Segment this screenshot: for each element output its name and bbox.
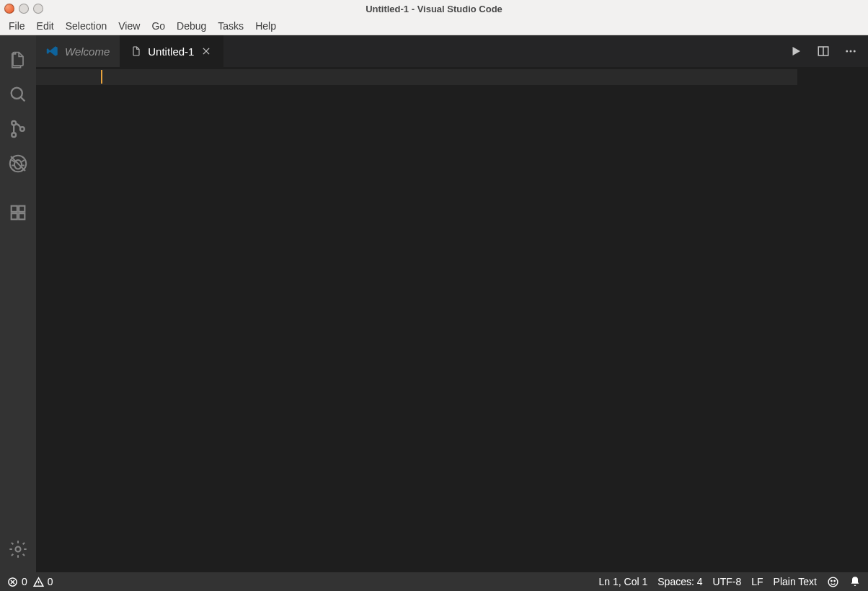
- app: Welcome Untitled-1: [0, 35, 868, 572]
- code-area[interactable]: [101, 67, 799, 572]
- menu-debug[interactable]: Debug: [171, 19, 212, 33]
- menu-view[interactable]: View: [112, 19, 146, 33]
- menu-edit[interactable]: Edit: [31, 19, 60, 33]
- more-icon: [844, 45, 857, 58]
- run-button[interactable]: [787, 43, 805, 60]
- smiley-icon: [827, 576, 839, 588]
- activity-scm[interactable]: [0, 112, 36, 146]
- activity-extensions[interactable]: [0, 195, 36, 230]
- play-icon: [789, 45, 802, 58]
- svg-point-16: [16, 547, 21, 552]
- svg-point-0: [12, 88, 22, 99]
- svg-point-2: [12, 121, 16, 125]
- status-warnings[interactable]: 0: [33, 576, 53, 587]
- svg-point-3: [12, 133, 16, 137]
- menu-go[interactable]: Go: [146, 19, 171, 33]
- error-icon: [7, 577, 18, 587]
- svg-point-22: [850, 50, 852, 53]
- tab-label: Welcome: [65, 45, 110, 58]
- vscode-icon: [46, 45, 59, 58]
- editor-body[interactable]: 1: [36, 67, 868, 572]
- svg-point-23: [854, 50, 856, 53]
- source-control-icon: [8, 119, 28, 139]
- window-title: Untitled-1 - Visual Studio Code: [366, 4, 502, 14]
- gear-icon: [8, 539, 28, 559]
- minimap[interactable]: [799, 67, 868, 572]
- files-icon: [8, 50, 28, 70]
- tab-untitled-1[interactable]: Untitled-1: [120, 35, 223, 67]
- status-encoding[interactable]: UTF-8: [713, 576, 742, 587]
- menu-selection[interactable]: Selection: [60, 19, 113, 33]
- status-bar: 0 0 Ln 1, Col 1 Spaces: 4 UTF-8 LF Plain…: [0, 572, 868, 591]
- svg-line-8: [22, 160, 25, 162]
- split-editor-button[interactable]: [815, 43, 832, 60]
- editor-area: Welcome Untitled-1: [36, 35, 868, 572]
- menu-help[interactable]: Help: [249, 19, 282, 33]
- status-feedback[interactable]: [827, 576, 839, 588]
- status-errors[interactable]: 0: [7, 576, 27, 587]
- search-icon: [8, 84, 28, 105]
- line-gutter: 1: [36, 67, 101, 572]
- activity-debug[interactable]: [0, 146, 36, 181]
- svg-line-1: [21, 97, 25, 102]
- bell-icon: [849, 576, 861, 587]
- svg-point-31: [834, 580, 835, 581]
- svg-rect-15: [19, 213, 25, 219]
- more-actions-button[interactable]: [842, 43, 859, 60]
- window-maximize-button[interactable]: [33, 4, 43, 14]
- os-titlebar: Untitled-1 - Visual Studio Code: [0, 0, 868, 17]
- text-cursor: [101, 70, 102, 84]
- warning-count: 0: [48, 576, 53, 587]
- status-notifications[interactable]: [849, 576, 861, 587]
- status-indent[interactable]: Spaces: 4: [657, 576, 702, 587]
- tab-label: Untitled-1: [148, 45, 194, 58]
- status-language[interactable]: Plain Text: [774, 576, 817, 587]
- status-eol[interactable]: LF: [751, 576, 763, 587]
- svg-rect-14: [12, 213, 17, 219]
- close-icon: [201, 46, 211, 56]
- status-ln-col[interactable]: Ln 1, Col 1: [599, 576, 648, 587]
- editor-tabs: Welcome Untitled-1: [36, 35, 868, 67]
- svg-rect-13: [19, 206, 25, 212]
- svg-point-30: [831, 580, 832, 581]
- tab-welcome[interactable]: Welcome: [36, 35, 120, 67]
- menu-file[interactable]: File: [3, 19, 31, 33]
- window-close-button[interactable]: [4, 4, 14, 14]
- window-minimize-button[interactable]: [19, 4, 29, 14]
- warning-icon: [33, 577, 44, 587]
- menubar: File Edit Selection View Go Debug Tasks …: [0, 17, 868, 35]
- svg-point-29: [828, 577, 838, 587]
- activity-settings[interactable]: [0, 532, 36, 566]
- svg-rect-12: [12, 206, 17, 212]
- tab-close-button[interactable]: [200, 45, 213, 58]
- activity-bar: [0, 35, 36, 572]
- error-count: 0: [22, 576, 27, 587]
- file-icon: [130, 45, 142, 57]
- activity-search[interactable]: [0, 77, 36, 112]
- menu-tasks[interactable]: Tasks: [212, 19, 249, 33]
- extensions-icon: [8, 203, 28, 223]
- svg-point-4: [20, 127, 25, 131]
- activity-explorer[interactable]: [0, 43, 36, 77]
- split-icon: [817, 45, 830, 58]
- svg-point-21: [846, 50, 848, 53]
- bug-icon: [7, 153, 29, 174]
